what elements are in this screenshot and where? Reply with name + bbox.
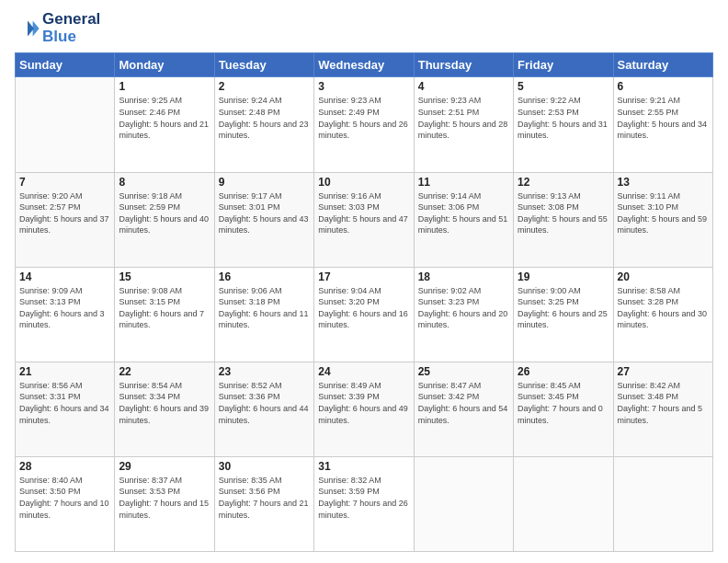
calendar-cell: 5 Sunrise: 9:22 AMSunset: 2:53 PMDayligh… [514,77,613,172]
logo-text: General Blue [42,11,100,45]
col-header-tuesday: Tuesday [214,53,313,77]
day-info: Sunrise: 9:18 AMSunset: 2:59 PMDaylight:… [119,191,209,236]
calendar-cell [414,456,513,551]
calendar-cell: 3 Sunrise: 9:23 AMSunset: 2:49 PMDayligh… [314,77,414,172]
col-header-saturday: Saturday [613,53,712,77]
calendar-cell: 9 Sunrise: 9:17 AMSunset: 3:01 PMDayligh… [214,172,313,267]
calendar-cell: 15 Sunrise: 9:08 AMSunset: 3:15 PMDaylig… [115,267,214,362]
calendar-cell: 24 Sunrise: 8:49 AMSunset: 3:39 PMDaylig… [314,362,414,456]
day-info: Sunrise: 9:09 AMSunset: 3:13 PMDaylight:… [19,286,105,330]
day-number: 12 [518,176,609,189]
day-number: 8 [119,176,210,189]
day-number: 23 [219,365,310,378]
day-info: Sunrise: 8:45 AMSunset: 3:45 PMDaylight:… [518,381,603,425]
day-number: 28 [19,460,110,473]
day-number: 25 [418,365,509,378]
day-info: Sunrise: 9:14 AMSunset: 3:06 PMDaylight:… [418,191,508,236]
col-header-friday: Friday [514,53,613,77]
calendar-cell: 28 Sunrise: 8:40 AMSunset: 3:50 PMDaylig… [16,456,115,551]
day-number: 3 [318,80,409,93]
day-info: Sunrise: 8:58 AMSunset: 3:28 PMDaylight:… [618,286,708,330]
day-info: Sunrise: 8:37 AMSunset: 3:53 PMDaylight:… [119,476,209,520]
logo-icon [15,16,40,41]
calendar-cell [514,456,613,551]
day-number: 17 [318,270,409,283]
day-number: 2 [219,80,310,93]
day-number: 14 [19,270,110,283]
day-number: 11 [418,176,509,189]
day-info: Sunrise: 8:40 AMSunset: 3:50 PMDaylight:… [19,476,109,520]
day-info: Sunrise: 8:49 AMSunset: 3:39 PMDaylight:… [318,381,408,425]
calendar-cell: 31 Sunrise: 8:32 AMSunset: 3:59 PMDaylig… [314,456,414,551]
day-number: 1 [119,80,210,93]
day-info: Sunrise: 9:08 AMSunset: 3:15 PMDaylight:… [119,286,204,330]
day-info: Sunrise: 9:04 AMSunset: 3:20 PMDaylight:… [318,286,408,330]
calendar-table: SundayMondayTuesdayWednesdayThursdayFrid… [15,52,713,552]
day-number: 27 [618,365,709,378]
day-number: 30 [219,460,310,473]
day-number: 9 [219,176,310,189]
calendar-cell: 12 Sunrise: 9:13 AMSunset: 3:08 PMDaylig… [514,172,613,267]
calendar-cell [16,77,115,172]
col-header-wednesday: Wednesday [314,53,414,77]
calendar-cell: 16 Sunrise: 9:06 AMSunset: 3:18 PMDaylig… [214,267,313,362]
day-info: Sunrise: 8:42 AMSunset: 3:48 PMDaylight:… [618,381,703,425]
header: General Blue [15,11,713,45]
day-number: 10 [318,176,409,189]
day-info: Sunrise: 8:56 AMSunset: 3:31 PMDaylight:… [19,381,109,425]
calendar-cell: 4 Sunrise: 9:23 AMSunset: 2:51 PMDayligh… [414,77,513,172]
day-info: Sunrise: 8:54 AMSunset: 3:34 PMDaylight:… [119,381,209,425]
day-number: 4 [418,80,509,93]
day-info: Sunrise: 9:20 AMSunset: 2:57 PMDaylight:… [19,191,109,236]
calendar-cell: 10 Sunrise: 9:16 AMSunset: 3:03 PMDaylig… [314,172,414,267]
calendar-cell: 21 Sunrise: 8:56 AMSunset: 3:31 PMDaylig… [16,362,115,456]
calendar-cell: 8 Sunrise: 9:18 AMSunset: 2:59 PMDayligh… [115,172,214,267]
day-info: Sunrise: 9:11 AMSunset: 3:10 PMDaylight:… [618,191,708,236]
day-info: Sunrise: 9:00 AMSunset: 3:25 PMDaylight:… [518,286,608,330]
calendar-week-row: 1 Sunrise: 9:25 AMSunset: 2:46 PMDayligh… [16,77,713,172]
calendar-cell: 22 Sunrise: 8:54 AMSunset: 3:34 PMDaylig… [115,362,214,456]
day-info: Sunrise: 9:24 AMSunset: 2:48 PMDaylight:… [219,96,309,140]
day-info: Sunrise: 9:02 AMSunset: 3:23 PMDaylight:… [418,286,508,330]
day-number: 24 [318,365,409,378]
day-info: Sunrise: 8:35 AMSunset: 3:56 PMDaylight:… [219,476,309,520]
calendar-cell: 7 Sunrise: 9:20 AMSunset: 2:57 PMDayligh… [16,172,115,267]
day-number: 15 [119,270,210,283]
day-info: Sunrise: 9:23 AMSunset: 2:51 PMDaylight:… [418,96,508,140]
calendar-cell: 18 Sunrise: 9:02 AMSunset: 3:23 PMDaylig… [414,267,513,362]
calendar-cell: 19 Sunrise: 9:00 AMSunset: 3:25 PMDaylig… [514,267,613,362]
day-number: 19 [518,270,609,283]
calendar-cell: 27 Sunrise: 8:42 AMSunset: 3:48 PMDaylig… [613,362,712,456]
day-number: 7 [19,176,110,189]
page: General Blue SundayMondayTuesdayWednesda… [0,0,728,563]
day-info: Sunrise: 8:32 AMSunset: 3:59 PMDaylight:… [318,476,408,520]
calendar-header-row: SundayMondayTuesdayWednesdayThursdayFrid… [16,53,713,77]
calendar-week-row: 21 Sunrise: 8:56 AMSunset: 3:31 PMDaylig… [16,362,713,456]
day-info: Sunrise: 9:21 AMSunset: 2:55 PMDaylight:… [618,96,708,140]
day-number: 22 [119,365,210,378]
calendar-cell: 17 Sunrise: 9:04 AMSunset: 3:20 PMDaylig… [314,267,414,362]
calendar-cell: 29 Sunrise: 8:37 AMSunset: 3:53 PMDaylig… [115,456,214,551]
calendar-cell: 11 Sunrise: 9:14 AMSunset: 3:06 PMDaylig… [414,172,513,267]
day-number: 26 [518,365,609,378]
logo: General Blue [15,11,100,45]
calendar-cell [613,456,712,551]
calendar-cell: 1 Sunrise: 9:25 AMSunset: 2:46 PMDayligh… [115,77,214,172]
day-info: Sunrise: 9:17 AMSunset: 3:01 PMDaylight:… [219,191,309,236]
day-info: Sunrise: 9:25 AMSunset: 2:46 PMDaylight:… [119,96,209,140]
calendar-cell: 14 Sunrise: 9:09 AMSunset: 3:13 PMDaylig… [16,267,115,362]
day-number: 31 [318,460,409,473]
calendar-cell: 26 Sunrise: 8:45 AMSunset: 3:45 PMDaylig… [514,362,613,456]
calendar-cell: 6 Sunrise: 9:21 AMSunset: 2:55 PMDayligh… [613,77,712,172]
day-info: Sunrise: 8:52 AMSunset: 3:36 PMDaylight:… [219,381,309,425]
day-number: 18 [418,270,509,283]
calendar-cell: 25 Sunrise: 8:47 AMSunset: 3:42 PMDaylig… [414,362,513,456]
day-number: 6 [618,80,709,93]
day-number: 5 [518,80,609,93]
day-info: Sunrise: 9:16 AMSunset: 3:03 PMDaylight:… [318,191,408,236]
calendar-cell: 13 Sunrise: 9:11 AMSunset: 3:10 PMDaylig… [613,172,712,267]
calendar-cell: 30 Sunrise: 8:35 AMSunset: 3:56 PMDaylig… [214,456,313,551]
day-number: 21 [19,365,110,378]
calendar-cell: 2 Sunrise: 9:24 AMSunset: 2:48 PMDayligh… [214,77,313,172]
col-header-thursday: Thursday [414,53,513,77]
